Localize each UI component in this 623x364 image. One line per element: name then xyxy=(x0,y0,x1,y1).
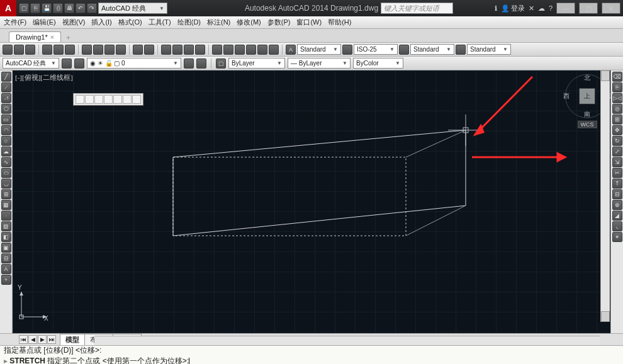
copy-icon[interactable] xyxy=(93,45,103,55)
cut-icon[interactable] xyxy=(82,45,92,55)
publish-icon[interactable] xyxy=(65,45,75,55)
circle-icon[interactable]: ○ xyxy=(1,136,11,146)
layout-prev-icon[interactable]: ◀ xyxy=(28,335,37,344)
saveas-icon[interactable]: ⎙ xyxy=(53,3,63,13)
menu-insert[interactable]: 插入(I) xyxy=(91,18,111,27)
undo-icon[interactable]: ↶ xyxy=(76,3,86,13)
wcs-label[interactable]: WCS xyxy=(578,121,597,128)
drawing-canvas[interactable]: [-][俯视][二维线框] xyxy=(13,70,623,333)
paste-icon[interactable] xyxy=(104,45,115,55)
workspace-combo2[interactable]: AutoCAD 经典▼ xyxy=(3,58,59,69)
rect-icon[interactable]: ▭ xyxy=(1,114,11,124)
design-center-icon[interactable] xyxy=(223,45,233,55)
infocenter-icon[interactable]: ℹ xyxy=(495,4,497,13)
save-icon[interactable]: 💾 xyxy=(42,3,52,13)
plot-combo[interactable]: ByColor▼ xyxy=(353,58,403,69)
menu-parametric[interactable]: 参数(P) xyxy=(267,18,291,27)
menu-edit[interactable]: 编辑(E) xyxy=(33,18,56,27)
hatch-icon[interactable]: ▨ xyxy=(1,221,11,231)
tab-close-icon[interactable]: × xyxy=(50,33,54,41)
maximize-button[interactable]: ▢ xyxy=(579,3,598,14)
layer-states-icon[interactable] xyxy=(74,58,84,69)
command-window[interactable]: 指定基点或 [位移(D)] <位移>: ▸ STRETCH 指定第二个点或 <使… xyxy=(0,345,623,364)
ellipse-icon[interactable]: ⬭ xyxy=(1,168,11,178)
menu-file[interactable]: 文件(F) xyxy=(4,18,26,27)
close-button[interactable]: ✕ xyxy=(602,3,620,14)
pline-icon[interactable]: ⩘ xyxy=(1,93,11,103)
textstyle-combo[interactable]: Standard▼ xyxy=(297,44,341,55)
stretch-icon[interactable]: ⇲ xyxy=(612,157,622,167)
redo-icon[interactable]: ↷ xyxy=(87,3,97,13)
minimize-button[interactable]: — xyxy=(556,3,575,14)
region-icon[interactable]: ▣ xyxy=(1,243,11,253)
insert-icon[interactable]: ⊞ xyxy=(1,189,11,199)
open-icon[interactable]: ⎘ xyxy=(30,3,40,13)
horizontal-scrollbar[interactable] xyxy=(94,336,600,345)
mirror-icon[interactable]: ▷◁ xyxy=(612,93,622,103)
join-icon[interactable]: ⊕ xyxy=(612,200,622,210)
cloud-icon[interactable]: ☁ xyxy=(538,4,545,13)
offset-icon[interactable]: ◎ xyxy=(612,104,622,114)
viewcube-top-face[interactable]: 上 xyxy=(579,88,595,104)
textstyle-icon[interactable]: A xyxy=(286,45,296,55)
pan-icon[interactable] xyxy=(161,45,171,55)
table-icon[interactable]: ⊟ xyxy=(1,253,11,263)
erase-icon[interactable]: ⌫ xyxy=(612,72,622,82)
redo2-icon[interactable] xyxy=(144,45,154,55)
array-icon[interactable]: ⊞ xyxy=(612,114,622,124)
dimstyle-icon[interactable] xyxy=(342,45,352,55)
new-icon[interactable]: ▢ xyxy=(19,3,29,13)
layer-prop-icon[interactable] xyxy=(62,58,72,69)
trim-icon[interactable]: ✂ xyxy=(612,168,622,178)
menu-modify[interactable]: 修改(M) xyxy=(237,18,261,27)
rotate-icon[interactable]: ↻ xyxy=(612,136,622,146)
sheet-set-icon[interactable] xyxy=(246,45,256,55)
app-logo[interactable]: A xyxy=(0,0,16,16)
properties-icon[interactable] xyxy=(212,45,222,55)
signin-button[interactable]: 👤登录 xyxy=(501,4,525,13)
menu-format[interactable]: 格式(O) xyxy=(118,18,142,27)
layout-first-icon[interactable]: ⏮ xyxy=(19,335,28,344)
open-file-icon[interactable] xyxy=(14,45,24,55)
xline-icon[interactable]: ⟋ xyxy=(1,82,11,92)
chamfer-icon[interactable]: ◢ xyxy=(612,211,622,221)
revcloud-icon[interactable]: ☁ xyxy=(1,146,11,157)
workspace-dropdown[interactable]: AutoCAD 经典▼ xyxy=(98,3,167,14)
explode-icon[interactable]: ✴ xyxy=(612,232,622,242)
calc-icon[interactable] xyxy=(269,45,279,55)
arc-icon[interactable]: ◠ xyxy=(1,125,11,135)
menu-dimension[interactable]: 标注(N) xyxy=(207,18,230,27)
layer-prev-icon[interactable] xyxy=(196,58,206,69)
tablestyle-icon[interactable] xyxy=(399,45,409,55)
plot-icon[interactable]: 🖶 xyxy=(64,3,74,13)
menu-tools[interactable]: 工具(T) xyxy=(149,18,171,27)
markup-icon[interactable] xyxy=(257,45,267,55)
help-search-input[interactable]: 键入关键字或短语 xyxy=(381,3,453,14)
exchange-icon[interactable]: ✕ xyxy=(529,4,534,13)
mleaderstyle-combo[interactable]: Standard▼ xyxy=(467,44,511,55)
copy2-icon[interactable]: ⎘ xyxy=(612,82,622,92)
menu-help[interactable]: 帮助(H) xyxy=(328,18,351,27)
block-icon[interactable]: ▦ xyxy=(1,200,11,210)
addselected-icon[interactable]: + xyxy=(1,275,11,285)
vertical-scrollbar[interactable] xyxy=(600,70,610,322)
document-tab[interactable]: Drawing1* × xyxy=(9,31,61,42)
menu-view[interactable]: 视图(V) xyxy=(62,18,86,27)
ellipsearc-icon[interactable]: ◡ xyxy=(1,179,11,189)
line-icon[interactable]: ╱ xyxy=(1,72,11,82)
layer-combo[interactable]: ◉ ☀ 🔓 ▢ 0▼ xyxy=(87,58,181,69)
print-icon[interactable] xyxy=(42,45,52,55)
mtext-icon[interactable]: A xyxy=(1,264,11,274)
layout-tab-model[interactable]: 模型 xyxy=(60,334,85,345)
color-icon[interactable]: ▢ xyxy=(216,58,226,69)
gradient-icon[interactable]: ◧ xyxy=(1,232,11,242)
menu-draw[interactable]: 绘图(D) xyxy=(177,18,201,27)
layout-last-icon[interactable]: ⏭ xyxy=(47,335,56,344)
mleaderstyle-icon[interactable] xyxy=(456,45,466,55)
new-file-icon[interactable] xyxy=(3,45,13,55)
extend-icon[interactable]: ⤒ xyxy=(612,179,622,189)
point-icon[interactable]: · xyxy=(1,211,11,221)
layer-iso-icon[interactable] xyxy=(184,58,194,69)
zoom-prev-icon[interactable] xyxy=(195,45,205,55)
preview-icon[interactable] xyxy=(53,45,64,55)
